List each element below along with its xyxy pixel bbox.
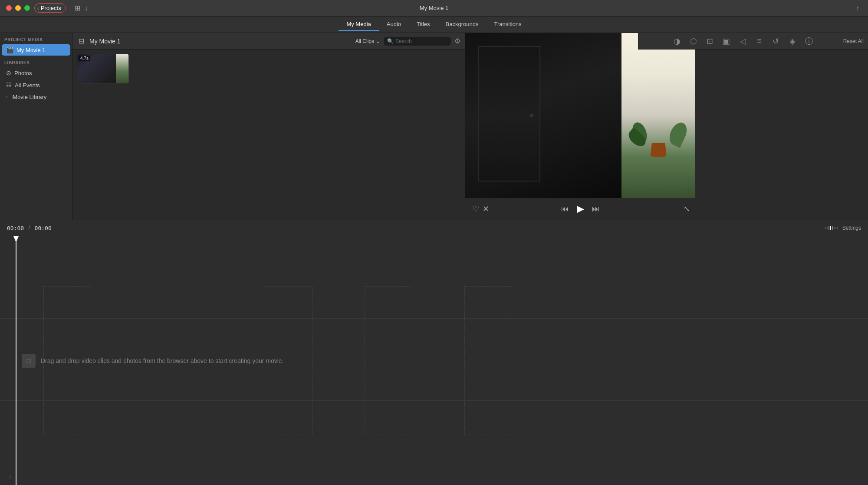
search-box: 🔍 <box>384 37 451 46</box>
close-button[interactable] <box>6 5 12 11</box>
browser-title: My Movie 1 <box>89 38 352 45</box>
timeline-header-right: Settings <box>825 225 861 231</box>
window-controls <box>0 5 30 11</box>
reject-icon[interactable]: ✕ <box>483 204 489 214</box>
all-clips-select[interactable]: All Clips ⌄ <box>355 38 380 44</box>
playback-buttons: ⏮ ▶ ⏭ <box>561 203 600 214</box>
timecode-current: 00:00 <box>7 225 24 231</box>
all-clips-label: All Clips <box>355 38 374 44</box>
crop-icon[interactable]: ⊡ <box>705 36 715 46</box>
upload-icon[interactable]: ↑ <box>856 4 859 12</box>
tab-backgrounds[interactable]: Backgrounds <box>438 18 487 31</box>
zoom-slider[interactable] <box>825 226 838 230</box>
sidebar: PROJECT MEDIA 🎬 My Movie 1 LIBRARIES ⊙ P… <box>0 33 72 220</box>
door-knob <box>530 114 533 117</box>
sidebar-item-all-events[interactable]: ☷ All Events <box>2 79 70 91</box>
title-bar-icons: ⊞ ↓ <box>75 4 88 12</box>
sidebar-item-label: iMovie Library <box>11 94 46 100</box>
browser-content: 4.7s <box>72 49 465 220</box>
sidebar-item-label: All Events <box>15 82 40 89</box>
leaf-2 <box>666 120 690 148</box>
audio-note-icon: ♪ <box>9 473 12 480</box>
thumb-frame-right <box>116 54 129 83</box>
minimize-button[interactable] <box>15 5 21 11</box>
project-media-label: PROJECT MEDIA <box>0 33 72 44</box>
title-bar-right: ↑ <box>856 4 859 12</box>
browser-panel: ⊟ My Movie 1 All Clips ⌄ 🔍 ⚙ <box>72 33 465 220</box>
chevron-left-icon: ‹ <box>37 6 39 11</box>
search-icon: 🔍 <box>387 38 394 44</box>
projects-button[interactable]: ‹ Projects <box>34 3 66 13</box>
speed-icon[interactable]: ↺ <box>771 36 781 46</box>
lower-section: 00:00 / 00:00 Settings <box>0 220 868 485</box>
panel-toggle-button[interactable]: ⊟ <box>77 36 86 46</box>
tab-my-media[interactable]: My Media <box>339 18 378 31</box>
camera-icon[interactable]: ▣ <box>721 36 732 46</box>
window-title: My Movie 1 <box>420 5 448 11</box>
fullscreen-icon[interactable]: ⤡ <box>684 204 690 214</box>
sidebar-item-imovie-library[interactable]: › iMovie Library <box>2 92 70 102</box>
browser-toolbar: ⊟ My Movie 1 All Clips ⌄ 🔍 ⚙ <box>72 33 465 49</box>
content-area: PROJECT MEDIA 🎬 My Movie 1 LIBRARIES ⊙ P… <box>0 33 868 485</box>
scene-background <box>465 33 695 198</box>
color-balance-icon[interactable]: ◑ <box>672 36 682 46</box>
scene-door <box>478 46 540 181</box>
tab-transitions[interactable]: Transitions <box>486 18 529 31</box>
arrow-down-icon[interactable]: ↓ <box>85 4 88 12</box>
sidebar-item-label: My Movie 1 <box>16 47 45 53</box>
equalizer-icon[interactable]: ≡ <box>754 36 765 46</box>
timecode-separator: / <box>28 224 30 232</box>
plant-pot <box>650 143 667 157</box>
preview-video <box>465 33 695 198</box>
settings-button[interactable]: Settings <box>842 225 861 231</box>
scene-right <box>621 33 695 198</box>
scene-dark-left <box>465 33 621 198</box>
volume-icon[interactable]: ◁ <box>738 36 748 46</box>
drop-hint: □ Drag and drop video clips and photos f… <box>22 354 846 368</box>
color-correction-icon[interactable]: ⬡ <box>688 36 699 46</box>
search-input[interactable] <box>395 38 447 44</box>
upper-section: PROJECT MEDIA 🎬 My Movie 1 LIBRARIES ⊙ P… <box>0 33 868 220</box>
skip-forward-icon[interactable]: ⏭ <box>592 205 600 214</box>
timeline-content: □ Drag and drop video clips and photos f… <box>0 236 868 485</box>
timeline-playhead <box>16 236 16 485</box>
nav-bar: My Media Audio Titles Backgrounds Transi… <box>0 16 868 33</box>
title-bar: ‹ Projects ⊞ ↓ My Movie 1 ↑ <box>0 0 868 16</box>
sidebar-item-my-movie[interactable]: 🎬 My Movie 1 <box>2 44 70 56</box>
chevron-right-icon: › <box>6 95 7 99</box>
skip-back-icon[interactable]: ⏮ <box>561 205 569 214</box>
edit-tools-bar: ◑ ⬡ ⊡ ▣ ◁ ≡ ↺ ◈ ⓘ Reset All <box>638 33 868 49</box>
timeline-header: 00:00 / 00:00 Settings <box>0 220 868 236</box>
events-icon: ☷ <box>6 82 12 89</box>
drop-hint-text: Drag and drop video clips and photos fro… <box>41 357 284 364</box>
playback-controls: ♡ ✕ ⏮ ▶ ⏭ ⤡ <box>465 198 695 220</box>
maximize-button[interactable] <box>24 5 30 11</box>
favorite-icon[interactable]: ♡ <box>472 204 479 214</box>
plant <box>629 74 688 157</box>
sidebar-item-label: Photos <box>14 70 32 76</box>
photos-icon: ⊙ <box>6 69 11 76</box>
noise-icon[interactable]: ◈ <box>787 36 798 46</box>
libraries-label: LIBRARIES <box>0 56 72 67</box>
settings-gear-icon[interactable]: ⚙ <box>454 37 460 45</box>
preview-panel: ♡ ✕ ⏮ ▶ ⏭ ⤡ <box>465 33 695 220</box>
tab-titles[interactable]: Titles <box>409 18 438 31</box>
timecode-total: 00:00 <box>35 225 52 231</box>
info-icon[interactable]: ⓘ <box>804 36 814 46</box>
projects-label: Projects <box>41 5 61 11</box>
film-icon: 🎬 <box>6 46 13 53</box>
tab-audio[interactable]: Audio <box>379 18 409 31</box>
reset-all-button[interactable]: Reset All <box>843 38 864 44</box>
play-button[interactable]: ▶ <box>577 203 584 214</box>
duration-badge: 4.7s <box>79 56 90 61</box>
drop-icon: □ <box>22 354 36 368</box>
video-clip-1[interactable]: 4.7s <box>77 54 129 83</box>
chevron-down-icon: ⌄ <box>376 38 380 44</box>
sidebar-item-photos[interactable]: ⊙ Photos <box>2 67 70 79</box>
layout-icon[interactable]: ⊞ <box>75 4 80 12</box>
